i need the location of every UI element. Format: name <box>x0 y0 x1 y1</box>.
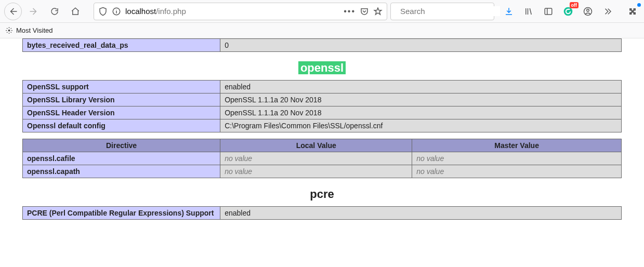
local-value: no value <box>220 152 412 165</box>
chevron-double-right-icon <box>603 7 612 16</box>
pocket-icon[interactable] <box>360 7 369 16</box>
table-row: OpenSSL supportenabled <box>23 81 622 94</box>
search-input[interactable] <box>399 6 500 16</box>
table-header-row: DirectiveLocal ValueMaster Value <box>23 139 622 152</box>
table-row: Openssl default configC:\Program Files\C… <box>23 119 622 132</box>
home-icon <box>71 7 80 16</box>
download-icon <box>504 7 514 16</box>
master-value: no value <box>412 152 622 165</box>
table-row: bytes_received_real_data_ps 0 <box>23 39 622 52</box>
arrow-left-icon <box>8 7 18 16</box>
directive-value: OpenSSL 1.1.1a 20 Nov 2018 <box>220 106 622 119</box>
library-icon <box>524 7 533 16</box>
svg-rect-2 <box>545 8 552 15</box>
reload-icon <box>50 7 59 16</box>
forward-button[interactable] <box>25 3 43 20</box>
account-button[interactable] <box>581 4 595 19</box>
stat-label: bytes_received_real_data_ps <box>23 39 220 52</box>
url-bar[interactable]: localhost/info.php ••• <box>94 3 387 20</box>
master-value: no value <box>412 165 622 178</box>
directive-value: C:\Program Files\Common Files\SSL/openss… <box>220 119 622 132</box>
table-row: OpenSSL Header VersionOpenSSL 1.1.1a 20 … <box>23 106 622 119</box>
sidebar-icon <box>544 7 553 16</box>
column-header: Directive <box>23 139 220 152</box>
directive-label: OpenSSL support <box>23 81 220 94</box>
puzzle-icon <box>628 7 637 16</box>
directive-name: openssl.capath <box>23 165 220 178</box>
home-button[interactable] <box>67 3 84 20</box>
table-row: PCRE (Perl Compatible Regular Expression… <box>23 207 622 220</box>
svg-point-5 <box>587 9 589 11</box>
downloads-button[interactable] <box>502 4 516 19</box>
openssl-heading: openssl <box>22 61 622 75</box>
browser-toolbar: localhost/info.php ••• off <box>0 0 644 23</box>
directive-value: enabled <box>220 207 622 220</box>
info-icon[interactable] <box>112 7 121 16</box>
directive-label: OpenSSL Library Version <box>23 94 220 106</box>
directive-label: PCRE (Perl Compatible Regular Expression… <box>23 207 220 220</box>
pcre-heading: pcre <box>22 188 622 201</box>
bookmark-folder-icon <box>5 26 13 34</box>
local-value: no value <box>220 165 412 178</box>
page-actions-icon[interactable]: ••• <box>344 7 356 16</box>
svg-point-3 <box>564 7 573 16</box>
column-header: Local Value <box>220 139 412 152</box>
svg-point-6 <box>8 30 10 32</box>
page-content: bytes_received_real_data_ps 0 openssl Op… <box>0 38 644 247</box>
directive-label: Openssl default config <box>23 119 220 132</box>
account-icon <box>583 7 593 16</box>
shield-icon[interactable] <box>98 7 108 16</box>
badge-off: off <box>570 2 579 8</box>
bookmark-star-icon[interactable] <box>373 7 383 16</box>
bookmarks-bar: Most Visited <box>0 23 644 38</box>
table-row: OpenSSL Library VersionOpenSSL 1.1.1a 20… <box>23 94 622 106</box>
directive-value: enabled <box>220 81 622 94</box>
url-text: localhost/info.php <box>125 7 339 16</box>
arrow-right-icon <box>29 7 38 16</box>
back-button[interactable] <box>4 3 22 20</box>
directive-label: OpenSSL Header Version <box>23 106 220 119</box>
mysqlnd-table-partial: bytes_received_real_data_ps 0 <box>22 38 622 52</box>
overflow-button[interactable] <box>600 4 615 19</box>
bookmark-most-visited[interactable]: Most Visited <box>16 26 53 34</box>
directive-name: openssl.cafile <box>23 152 220 165</box>
pcre-info-table: PCRE (Perl Compatible Regular Expression… <box>22 206 622 220</box>
reload-button[interactable] <box>46 3 63 20</box>
sidebar-toggle-button[interactable] <box>541 4 556 19</box>
column-header: Master Value <box>412 139 622 152</box>
openssl-directives-table: DirectiveLocal ValueMaster Valueopenssl.… <box>22 139 622 178</box>
extensions-button[interactable] <box>625 4 640 19</box>
search-bar[interactable] <box>390 3 494 20</box>
table-row: openssl.cafileno valueno value <box>23 152 622 165</box>
extension-grammarly-button[interactable]: off <box>561 4 575 19</box>
table-row: openssl.capathno valueno value <box>23 165 622 178</box>
openssl-info-table: OpenSSL supportenabledOpenSSL Library Ve… <box>22 80 622 132</box>
toolbar-right-icons: off <box>502 4 640 19</box>
library-button[interactable] <box>521 4 536 19</box>
notification-dot-icon <box>637 3 641 7</box>
stat-value: 0 <box>220 39 622 52</box>
directive-value: OpenSSL 1.1.1a 20 Nov 2018 <box>220 94 622 106</box>
